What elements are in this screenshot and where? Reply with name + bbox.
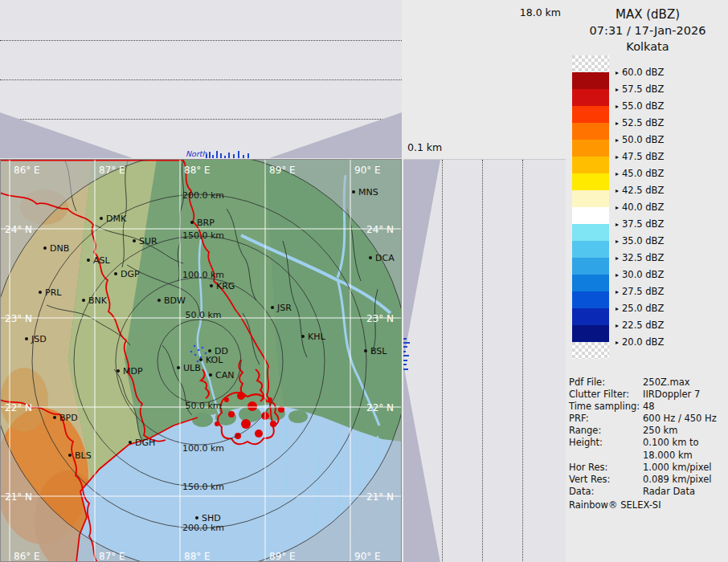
latitude-label-right: 21° N (366, 491, 394, 503)
town-label-ulb: ULB (183, 363, 201, 373)
range-ring-label: 100.0 km (182, 270, 224, 280)
town-label-can: CAN (215, 370, 234, 381)
arrow-icon: ▸ (616, 255, 619, 262)
metadata-key: Hor Res: (569, 462, 643, 474)
town-label-bpd: BPD (59, 413, 78, 423)
town-dot-bnk (82, 299, 85, 302)
town-label-jsd: JSD (31, 334, 47, 344)
town-label-bls: BLS (75, 450, 92, 461)
range-ring-label: 150.0 km (182, 482, 224, 492)
arrow-icon: ▸ (616, 136, 619, 144)
town-dot-bpd (53, 416, 56, 419)
latitude-label-left: 21° N (5, 491, 32, 503)
arrow-icon: ▸ (616, 120, 619, 127)
cross-section-north-panel (0, 0, 402, 159)
legend-threshold-label: ▸50.0 dBZ (616, 134, 664, 145)
latitude-label-left: 23° N (5, 313, 32, 324)
legend-swatch (572, 325, 609, 342)
legend-swatch (572, 308, 609, 325)
echo-bar (238, 151, 239, 158)
echo-bar (228, 153, 230, 158)
town-label-dca: DCA (375, 253, 395, 263)
legend-checker-bottom (572, 342, 609, 359)
station-name: Kolkata (567, 39, 728, 55)
longitude-label-bottom: 90° E (354, 551, 381, 562)
latitude-label-right: 23° N (366, 313, 394, 324)
range-ring-label: 100.0 km (182, 443, 224, 454)
metadata-row: Hor Res:1.000 km/pixel (569, 462, 726, 474)
echo-bar (403, 346, 407, 348)
metadata-row: 18.000 km (569, 450, 726, 462)
latitude-label-right: 22° N (366, 402, 394, 413)
longitude-label-top: 87° E (99, 165, 125, 176)
legend-swatch (572, 157, 609, 173)
town-dot-ulb (177, 366, 180, 369)
arrow-icon: ▸ (616, 153, 619, 161)
town-dot-khl (301, 335, 305, 338)
longitude-label-bottom: 88° E (184, 551, 211, 562)
town-dot-mdp (117, 369, 120, 373)
arrow-icon: ▸ (616, 288, 619, 295)
metadata-value: Radar Data (643, 486, 695, 497)
town-label-sur: SUR (139, 236, 157, 246)
metadata-value: IIRDoppler 7 (643, 389, 700, 400)
metadata-value: 0.100 km to (643, 437, 699, 448)
town-label-bsl: BSL (370, 346, 387, 356)
legend-threshold-label: ▸52.5 dBZ (616, 117, 664, 128)
legend-swatches (572, 72, 609, 342)
town-dot-jsd (25, 337, 28, 340)
brand-label: Rainbow® SELEX-SI (569, 499, 661, 511)
town-dot-bls (68, 454, 72, 457)
longitude-label-bottom: 87° E (99, 551, 125, 562)
height-axis-min-label: 0.1 km (407, 141, 442, 153)
town-dot-bdw (157, 299, 161, 302)
legend-threshold-label: ▸42.5 dBZ (616, 185, 664, 196)
legend-swatch (572, 258, 609, 275)
legend-threshold-label: ▸47.5 dBZ (616, 151, 664, 162)
metadata-row: Height:0.100 km to (569, 437, 726, 449)
echo-bar (247, 153, 249, 158)
echo-bar (403, 369, 408, 370)
legend-swatch (572, 173, 609, 190)
metadata-row: Data:Radar Data (569, 486, 726, 498)
longitude-label-top: 86° E (14, 165, 40, 176)
metadata-key: Height: (569, 437, 643, 449)
beam-coverage-wedges (403, 160, 566, 562)
title-block: MAX (dBZ) 07:31 / 17-Jan-2026 Kolkata (567, 6, 728, 55)
town-label-dnb: DNB (50, 243, 69, 254)
echo-bar (233, 154, 235, 158)
arrow-icon: ▸ (616, 322, 619, 329)
metadata-value: 1.000 km/pixel (643, 462, 712, 473)
legend-swatch (572, 224, 609, 241)
legend-threshold-label: ▸57.5 dBZ (616, 83, 664, 95)
echo-bar (220, 153, 222, 158)
legend-swatch (572, 140, 609, 157)
town-dot-dca (369, 256, 372, 259)
metadata-key: Pdf File: (569, 377, 643, 389)
legend-threshold-label: ▸55.0 dBZ (616, 100, 664, 112)
legend-threshold-label: ▸45.0 dBZ (616, 168, 664, 179)
legend-threshold-label: ▸40.0 dBZ (616, 202, 664, 213)
range-ring-label: 200.0 km (182, 523, 224, 533)
town-dot-jsr (271, 306, 274, 309)
range-ring-label: 150.0 km (182, 230, 224, 241)
longitude-label-bottom: 86° E (14, 551, 40, 562)
metadata-row: Range:250 km (569, 425, 726, 437)
arrow-icon: ▸ (616, 103, 619, 110)
legend-swatch (572, 106, 609, 123)
longitude-label-top: 90° E (354, 165, 381, 176)
north-direction-label: North (186, 149, 207, 158)
metadata-key: Time sampling: (569, 401, 643, 413)
arrow-icon: ▸ (616, 204, 619, 211)
town-dot-dmk (100, 217, 103, 220)
town-dot-asl (87, 259, 90, 262)
latitude-label-right: 24° N (366, 224, 394, 235)
town-dot-kol (199, 358, 202, 361)
height-axis-max-label: 18.0 km (514, 6, 561, 18)
echo-bar (403, 342, 410, 344)
legend-threshold-label: ▸25.0 dBZ (616, 303, 664, 314)
metadata-key: Clutter Filter: (569, 389, 643, 401)
legend-threshold-label: ▸22.5 dBZ (616, 320, 664, 331)
echo-bar (403, 360, 407, 361)
legend-threshold-label: ▸32.5 dBZ (616, 252, 664, 263)
